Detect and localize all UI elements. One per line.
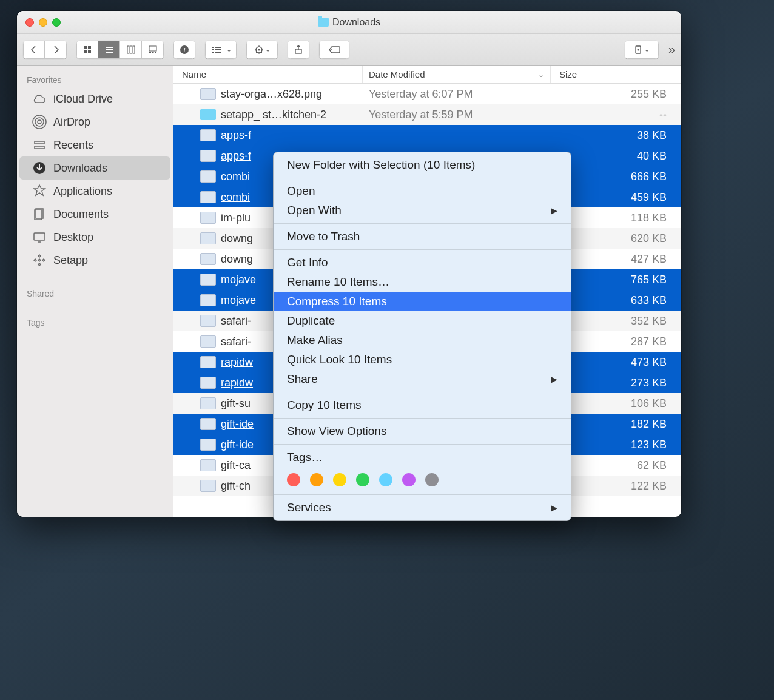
file-row[interactable]: stay-orga…x628.pngYesterday at 6:07 PM25… (173, 84, 681, 104)
tag-color-dot[interactable] (402, 473, 416, 486)
tag-color-dot[interactable] (356, 473, 369, 486)
cm-separator (274, 223, 571, 224)
close-window-button[interactable] (25, 18, 34, 27)
image-thumbnail-icon (200, 418, 216, 430)
sidebar-item-recents[interactable]: Recents (19, 133, 170, 156)
svg-rect-16 (212, 47, 214, 48)
cm-tags[interactable]: Tags… (274, 448, 571, 467)
toolbar-overflow-button[interactable]: » (668, 42, 675, 56)
sidebar-item-downloads[interactable]: Downloads (19, 156, 170, 180)
image-thumbnail-icon (200, 274, 216, 286)
file-size-cell: 38 KB (551, 129, 681, 142)
action-button[interactable]: ⌄ (246, 41, 278, 59)
tag-color-dot[interactable] (287, 473, 300, 486)
documents-icon (32, 206, 47, 222)
sidebar-item-desktop[interactable]: Desktop (19, 226, 170, 249)
file-name: rapidw (221, 356, 253, 369)
get-info-button[interactable]: i (173, 41, 195, 59)
icon-view-button[interactable] (76, 41, 98, 59)
sidebar-item-label: Recents (53, 139, 93, 152)
list-view-button[interactable] (98, 41, 120, 59)
folder-icon (318, 18, 329, 27)
tag-color-dot[interactable] (310, 473, 323, 486)
file-name: downg (221, 232, 253, 245)
cm-make-alias[interactable]: Make Alias (274, 331, 571, 350)
sidebar-item-airdrop[interactable]: AirDrop (19, 110, 170, 133)
column-view-button[interactable] (120, 41, 142, 59)
file-name: combi (221, 170, 250, 183)
sidebar-item-icloud-drive[interactable]: iCloud Drive (19, 87, 170, 110)
cm-copy[interactable]: Copy 10 Items (274, 395, 571, 415)
sidebar-item-applications[interactable]: Applications (19, 180, 170, 203)
sidebar-item-label: Downloads (53, 162, 107, 175)
zoom-window-button[interactable] (52, 18, 61, 27)
nav-buttons (23, 41, 67, 59)
share-button[interactable] (288, 41, 309, 59)
sidebar-item-documents[interactable]: Documents (19, 203, 170, 226)
sidebar-item-label: Setapp (53, 254, 88, 267)
file-modified-cell: Yesterday at 6:07 PM (363, 88, 551, 101)
group-by-button[interactable]: ⌄ (205, 41, 237, 59)
file-size-cell: 255 KB (551, 88, 681, 101)
svg-rect-6 (106, 52, 113, 53)
sidebar: Favorites iCloud DriveAirDropRecentsDown… (17, 66, 173, 517)
view-mode-buttons (76, 41, 164, 59)
tag-color-dot[interactable] (379, 473, 392, 486)
file-row[interactable]: setapp_ st…kitchen-2Yesterday at 5:59 PM… (173, 104, 681, 125)
svg-rect-0 (84, 46, 87, 49)
minimize-window-button[interactable] (39, 18, 47, 27)
column-header-size[interactable]: Size (551, 66, 681, 83)
cm-share[interactable]: Share▶ (274, 369, 571, 389)
column-header-name[interactable]: Name (173, 66, 363, 83)
cm-rename[interactable]: Rename 10 Items… (274, 272, 571, 292)
cm-show-view-options[interactable]: Show View Options (274, 422, 571, 441)
svg-rect-13 (155, 52, 156, 53)
group-button-group: ⌄ (205, 41, 237, 59)
file-row[interactable]: apps-f38 KB (173, 125, 681, 146)
downloads-icon (32, 160, 47, 176)
sort-descending-icon: ⌄ (538, 70, 544, 79)
folder-icon (200, 109, 216, 120)
file-name: mojave (221, 294, 256, 307)
context-menu: New Folder with Selection (10 Items) Ope… (273, 152, 571, 521)
svg-rect-32 (35, 146, 44, 149)
column-header-date-modified[interactable]: Date Modified⌄ (363, 66, 551, 83)
cm-new-folder-with-selection[interactable]: New Folder with Selection (10 Items) (274, 155, 571, 175)
file-name: safari- (221, 315, 251, 328)
svg-rect-7 (127, 46, 129, 53)
cm-quick-look[interactable]: Quick Look 10 Items (274, 350, 571, 369)
cm-duplicate[interactable]: Duplicate (274, 311, 571, 331)
cm-compress[interactable]: Compress 10 Items (274, 292, 571, 311)
edit-tags-button[interactable] (319, 41, 349, 59)
submenu-arrow-icon: ▶ (551, 503, 557, 513)
image-thumbnail-icon (200, 335, 216, 348)
svg-rect-4 (106, 47, 113, 48)
dropbox-button[interactable]: ⌄ (625, 41, 659, 59)
gallery-view-button[interactable] (142, 41, 164, 59)
cm-move-to-trash[interactable]: Move to Trash (274, 227, 571, 246)
titlebar-title-area: Downloads (17, 17, 681, 28)
file-name: im-plu (221, 212, 251, 224)
image-thumbnail-icon (200, 397, 216, 409)
cm-services[interactable]: Services▶ (274, 498, 571, 517)
tag-color-dot[interactable] (425, 473, 439, 486)
svg-rect-2 (84, 50, 87, 53)
file-name: stay-orga…x628.png (221, 88, 322, 101)
image-thumbnail-icon (200, 88, 216, 100)
file-size-cell: -- (551, 109, 681, 121)
cm-get-info[interactable]: Get Info (274, 253, 571, 272)
svg-rect-10 (149, 46, 156, 51)
file-name: gift-ide (221, 439, 254, 451)
forward-button[interactable] (45, 41, 67, 59)
svg-rect-17 (215, 47, 221, 48)
back-button[interactable] (23, 41, 45, 59)
sidebar-item-label: Applications (53, 185, 112, 198)
sidebar-item-setapp[interactable]: Setapp (19, 249, 170, 272)
applications-icon (32, 183, 47, 199)
tag-color-dot[interactable] (333, 473, 346, 486)
file-name: gift-ca (221, 459, 251, 472)
svg-point-27 (638, 49, 639, 50)
file-name: gift-ch (221, 480, 251, 493)
cm-open-with[interactable]: Open With▶ (274, 201, 571, 220)
cm-open[interactable]: Open (274, 181, 571, 201)
